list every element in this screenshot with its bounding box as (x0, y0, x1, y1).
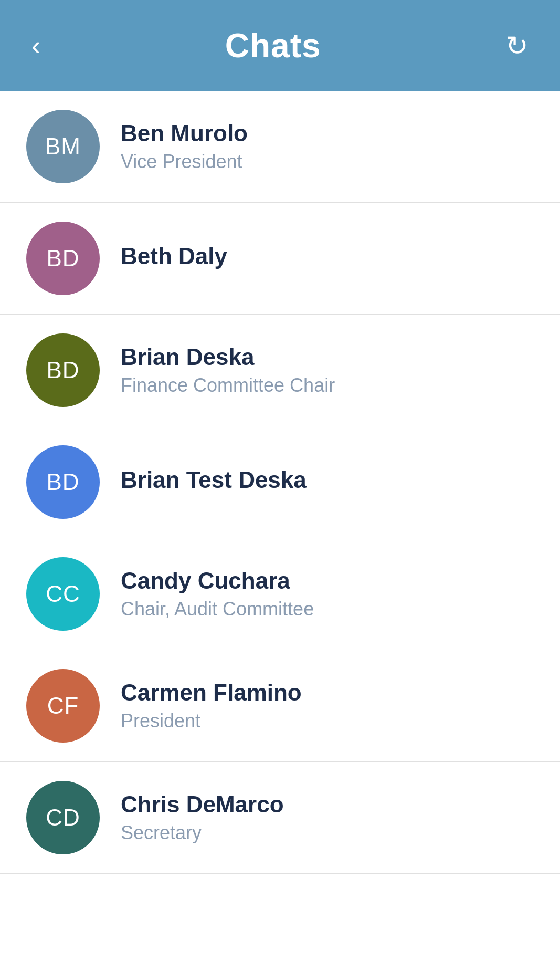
chat-name-carmen-flamino: Carmen Flamino (121, 680, 302, 706)
chat-subtitle-ben-murolo: Vice President (121, 151, 248, 173)
avatar-beth-daly: BD (26, 222, 100, 295)
chat-list: BMBen MuroloVice PresidentBDBeth DalyBDB… (0, 91, 560, 874)
avatar-brian-test-deska: BD (26, 445, 100, 519)
chat-item-beth-daly[interactable]: BDBeth Daly (0, 203, 560, 315)
chat-name-beth-daly: Beth Daly (121, 243, 227, 269)
refresh-button[interactable]: ↻ (505, 32, 529, 59)
chat-info-chris-demarco: Chris DeMarcoSecretary (121, 791, 284, 844)
avatar-initials-ben-murolo: BM (45, 133, 81, 160)
chat-info-candy-cuchara: Candy CucharaChair, Audit Committee (121, 568, 314, 620)
avatar-carmen-flamino: CF (26, 669, 100, 743)
chat-item-candy-cuchara[interactable]: CCCandy CucharaChair, Audit Committee (0, 538, 560, 650)
avatar-initials-carmen-flamino: CF (47, 693, 79, 719)
avatar-candy-cuchara: CC (26, 557, 100, 631)
chat-item-brian-deska[interactable]: BDBrian DeskaFinance Committee Chair (0, 315, 560, 426)
avatar-brian-deska: BD (26, 333, 100, 407)
chat-item-brian-test-deska[interactable]: BDBrian Test Deska (0, 426, 560, 538)
back-button[interactable]: ‹ (31, 32, 40, 59)
chat-name-ben-murolo: Ben Murolo (121, 120, 248, 147)
page-title: Chats (225, 26, 321, 65)
chat-info-ben-murolo: Ben MuroloVice President (121, 120, 248, 173)
chat-name-brian-test-deska: Brian Test Deska (121, 467, 307, 493)
chat-item-carmen-flamino[interactable]: CFCarmen FlaminoPresident (0, 650, 560, 762)
chat-subtitle-carmen-flamino: President (121, 710, 302, 732)
chat-name-candy-cuchara: Candy Cuchara (121, 568, 314, 594)
chat-subtitle-candy-cuchara: Chair, Audit Committee (121, 598, 314, 620)
chat-info-carmen-flamino: Carmen FlaminoPresident (121, 680, 302, 732)
avatar-initials-beth-daly: BD (46, 245, 79, 272)
avatar-initials-brian-deska: BD (46, 357, 79, 383)
header: ‹ Chats ↻ (0, 0, 560, 91)
chat-name-chris-demarco: Chris DeMarco (121, 791, 284, 818)
avatar-initials-candy-cuchara: CC (46, 581, 80, 607)
avatar-initials-chris-demarco: CD (46, 805, 80, 831)
chat-subtitle-chris-demarco: Secretary (121, 822, 284, 844)
avatar-chris-demarco: CD (26, 781, 100, 854)
chat-info-brian-test-deska: Brian Test Deska (121, 467, 307, 497)
avatar-initials-brian-test-deska: BD (46, 469, 79, 495)
avatar-ben-murolo: BM (26, 110, 100, 183)
chat-item-ben-murolo[interactable]: BMBen MuroloVice President (0, 91, 560, 203)
app-container: ‹ Chats ↻ BMBen MuroloVice PresidentBDBe… (0, 0, 560, 874)
chat-info-brian-deska: Brian DeskaFinance Committee Chair (121, 344, 335, 396)
chat-info-beth-daly: Beth Daly (121, 243, 227, 274)
chat-item-chris-demarco[interactable]: CDChris DeMarcoSecretary (0, 762, 560, 874)
chat-name-brian-deska: Brian Deska (121, 344, 335, 370)
chat-subtitle-brian-deska: Finance Committee Chair (121, 374, 335, 396)
